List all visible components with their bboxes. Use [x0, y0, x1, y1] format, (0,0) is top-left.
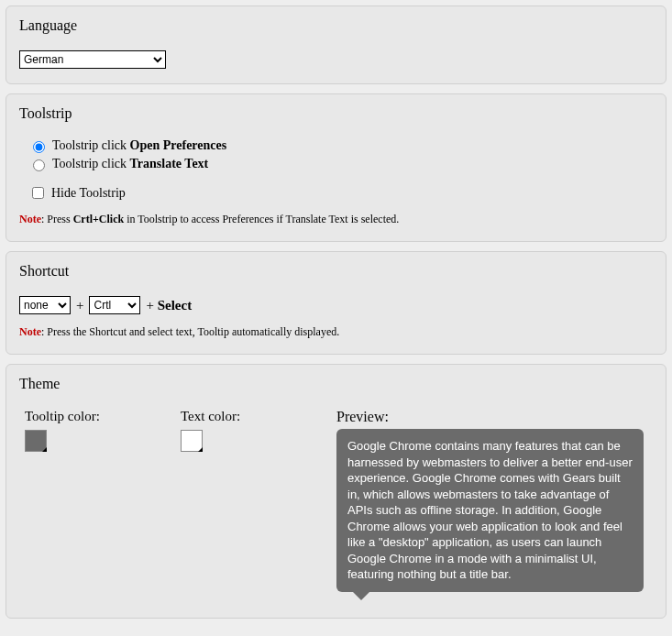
- toolstrip-radio-open-label: Toolstrip click Open Preferences: [52, 138, 226, 153]
- language-select[interactable]: German: [19, 50, 166, 69]
- text-color-swatch[interactable]: [181, 430, 203, 452]
- shortcut-plus-2: + Select: [146, 298, 192, 313]
- toolstrip-note-label: Note: [19, 213, 41, 225]
- shortcut-note-text: : Press the Shortcut and select text, To…: [41, 325, 339, 338]
- toolstrip-note: Note: Press Crtl+Click in Toolstrip to a…: [19, 213, 653, 226]
- toolstrip-radio-translate-text[interactable]: [33, 159, 45, 171]
- toolstrip-radio-prefix-1: Toolstrip click: [52, 138, 130, 152]
- toolstrip-radio-translate-label: Toolstrip click Translate Text: [52, 157, 208, 171]
- tooltip-color-label: Tooltip color:: [25, 409, 153, 424]
- toolstrip-title: Toolstrip: [19, 105, 653, 122]
- theme-body: Tooltip color: Text color: Preview: Goog…: [19, 409, 653, 592]
- dropdown-corner-icon: [42, 447, 47, 452]
- toolstrip-radio-open-row: Toolstrip click Open Preferences: [28, 138, 653, 153]
- shortcut-select-label: Select: [158, 298, 192, 313]
- toolstrip-radio-open-bold: Open Preferences: [130, 138, 227, 152]
- shortcut-plus-1: +: [76, 298, 83, 313]
- theme-title: Theme: [19, 376, 653, 392]
- shortcut-select-2[interactable]: Crtl: [89, 296, 140, 314]
- toolstrip-hide-label: Hide Toolstrip: [51, 186, 126, 201]
- toolstrip-radio-open-preferences[interactable]: [33, 141, 45, 153]
- dropdown-corner-icon: [198, 447, 203, 452]
- toolstrip-radio-translate-row: Toolstrip click Translate Text: [28, 157, 653, 171]
- tooltip-color-col: Tooltip color:: [25, 409, 153, 452]
- toolstrip-hide-checkbox[interactable]: [32, 187, 44, 199]
- theme-panel: Theme Tooltip color: Text color: Preview…: [6, 364, 666, 619]
- text-color-label: Text color:: [181, 409, 309, 424]
- language-panel: Language German: [6, 5, 666, 84]
- shortcut-select-1[interactable]: none: [19, 296, 71, 314]
- toolstrip-radio-prefix-2: Toolstrip click: [52, 157, 130, 170]
- shortcut-panel: Shortcut none + Crtl + Select Note: Pres…: [6, 251, 666, 355]
- tooltip-preview: Google Chrome contains many features tha…: [336, 429, 644, 592]
- toolstrip-hide-row: Hide Toolstrip: [28, 184, 653, 202]
- preview-col: Preview: Google Chrome contains many fea…: [336, 409, 653, 592]
- toolstrip-radio-translate-bold: Translate Text: [130, 157, 209, 170]
- text-color-col: Text color:: [181, 409, 309, 452]
- toolstrip-note-text1: : Press: [41, 213, 73, 225]
- shortcut-title: Shortcut: [19, 263, 653, 280]
- tooltip-color-swatch[interactable]: [25, 430, 47, 452]
- preview-label: Preview:: [336, 409, 653, 425]
- shortcut-plus-2-sym: +: [146, 298, 153, 313]
- toolstrip-note-rest: in Toolstrip to access Preferences if Tr…: [124, 213, 399, 225]
- toolstrip-note-keys: Crtl+Click: [73, 213, 125, 225]
- toolstrip-panel: Toolstrip Toolstrip click Open Preferenc…: [6, 93, 666, 242]
- shortcut-note: Note: Press the Shortcut and select text…: [19, 325, 653, 339]
- language-title: Language: [19, 17, 653, 34]
- shortcut-row: none + Crtl + Select: [19, 296, 653, 314]
- shortcut-note-label: Note: [19, 325, 41, 338]
